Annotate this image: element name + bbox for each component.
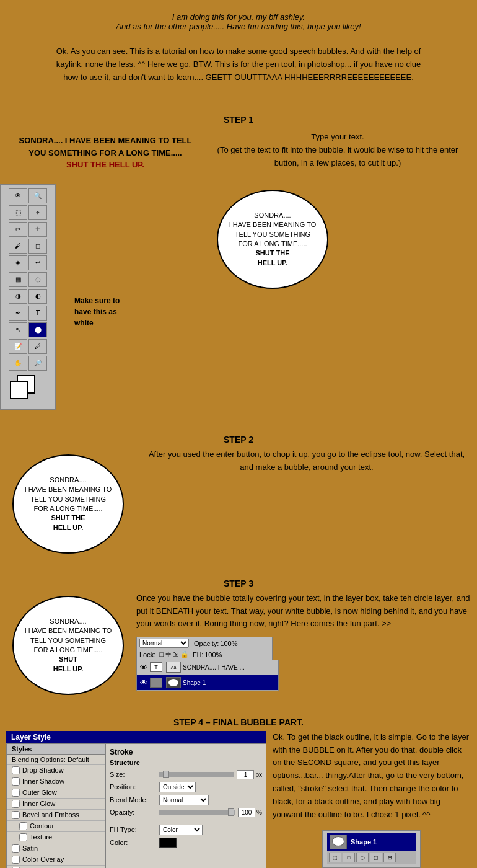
lock-icons: □ ✛ ⇲ 🔒	[159, 650, 189, 658]
style-item-color-overlay[interactable]: Color Overlay	[7, 854, 105, 866]
style-item-drop-shadow[interactable]: Drop Shadow	[7, 765, 105, 776]
style-item-inner-glow[interactable]: Inner Glow	[7, 799, 105, 810]
stroke-blend-select[interactable]: Normal	[159, 795, 209, 805]
inner-shadow-checkbox[interactable]	[12, 777, 20, 786]
layer-row-shape[interactable]: 👁 Shape 1	[137, 675, 278, 691]
style-item-satin[interactable]: Satin	[7, 843, 105, 854]
stroke-opacity-thumb[interactable]	[228, 808, 234, 816]
stroke-position-select[interactable]: Outside Inside Center	[159, 782, 196, 792]
shape1-btn-2[interactable]: □	[343, 852, 355, 862]
shape1-btn-5[interactable]: ⊞	[383, 852, 396, 862]
style-item-outer-glow[interactable]: Outer Glow	[7, 787, 105, 799]
header-line1: I am doing this for you, my bff ashley.	[50, 12, 427, 22]
style-item-texture[interactable]: Texture	[7, 832, 105, 843]
styles-list-header: Styles	[7, 744, 105, 755]
style-item-inner-shadow[interactable]: Inner Shadow	[7, 776, 105, 787]
tool-notes[interactable]: 📝	[9, 339, 27, 354]
fill-value: 100%	[204, 651, 222, 658]
style-item-blending[interactable]: Blending Options: Default	[7, 755, 105, 765]
step1-area: SONDRA.... I HAVE BEEN MEANING TO TELL Y…	[0, 128, 477, 177]
step4-area: Layer Style Styles Blending Options: Def…	[0, 731, 477, 868]
inner-glow-label: Inner Glow	[22, 800, 55, 807]
shape1-preview-header: Shape 1	[327, 833, 416, 851]
tool-eye[interactable]: 👁	[9, 188, 27, 203]
tool-move[interactable]: ✛	[28, 222, 47, 237]
opacity-value: 100%	[220, 640, 237, 647]
step3-bubble-inner: SONDRA....I HAVE BEEN MEANING TOTELL YOU…	[19, 611, 118, 680]
step3-bubble-container: SONDRA....I HAVE BEEN MEANING TOTELL YOU…	[6, 592, 130, 695]
shape1-btn-4[interactable]: ▢	[370, 852, 382, 862]
stroke-size-slider[interactable]	[159, 772, 234, 777]
shape1-icon-square[interactable]	[330, 835, 347, 849]
tool-eyedrop[interactable]: 🖊	[28, 339, 47, 354]
tool-zoom[interactable]: 🔍	[28, 188, 47, 203]
tool-path[interactable]: ↖	[9, 322, 27, 337]
tool-gradient[interactable]: ▦	[9, 272, 27, 287]
stroke-structure-title: Structure	[110, 759, 262, 766]
step1-bubble-area: SONDRA....I HAVE BEEN MEANING TOTELL YOU…	[56, 184, 477, 329]
layers-list: 👁 T Aa SONDRA.... I HAVE ... 👁 Shape 1	[136, 660, 279, 691]
contour-checkbox[interactable]	[19, 822, 27, 830]
bevel-label: Bevel and Emboss	[22, 811, 79, 818]
shape1-preview: Shape 1 ⬚ □ ◌ ▢ ⊞	[322, 830, 421, 868]
inner-glow-checkbox[interactable]	[12, 800, 20, 808]
style-item-contour[interactable]: Contour	[7, 821, 105, 832]
tool-brush[interactable]: 🖌	[9, 239, 27, 254]
step3-bubble-bold: SHUTHELL UP.	[53, 655, 84, 672]
bevel-checkbox[interactable]	[12, 811, 20, 819]
tool-history[interactable]: ↩	[28, 255, 47, 270]
drop-shadow-checkbox[interactable]	[12, 766, 20, 774]
style-item-gradient-overlay[interactable]: Gradient Overlay	[7, 866, 105, 868]
tool-ellipse[interactable]: ⬤	[28, 322, 47, 337]
tool-eraser[interactable]: ◻	[28, 239, 47, 254]
tool-marquee[interactable]: ⬚	[9, 205, 27, 220]
outer-glow-checkbox[interactable]	[12, 789, 20, 797]
stroke-color-swatch[interactable]	[159, 838, 177, 848]
texture-checkbox[interactable]	[19, 833, 27, 841]
fill-label: Fill:	[193, 651, 203, 658]
style-item-bevel[interactable]: Bevel and Emboss	[7, 810, 105, 821]
tool-hand[interactable]: ✋	[9, 356, 27, 371]
layer-eye-shape[interactable]: 👁	[139, 678, 148, 688]
stroke-size-thumb[interactable]	[163, 771, 169, 778]
satin-checkbox[interactable]	[12, 844, 20, 852]
shape1-btn-1[interactable]: ⬚	[329, 852, 341, 862]
blending-options-label: Blending Options: Default	[12, 756, 89, 763]
step4-heading: STEP 4 – FINAL BUBBLE PART.	[0, 717, 477, 727]
texture-label: Texture	[30, 833, 52, 841]
stroke-color-label: Color:	[110, 839, 159, 846]
stroke-color-row: Color:	[110, 838, 262, 848]
stroke-size-input[interactable]	[237, 770, 254, 779]
layer-row-text[interactable]: 👁 T Aa SONDRA.... I HAVE ...	[137, 660, 278, 675]
shape1-btn-3[interactable]: ◌	[356, 852, 369, 862]
shape1-preview-icons: ⬚ □ ◌ ▢ ⊞	[327, 851, 416, 864]
fg-color[interactable]	[10, 381, 28, 399]
step3-area: SONDRA....I HAVE BEEN MEANING TOTELL YOU…	[0, 592, 477, 695]
tool-pen[interactable]: ✒	[9, 306, 27, 321]
tool-text[interactable]: T	[28, 306, 47, 321]
step3-right: Once you have the bubble totally coverin…	[136, 592, 471, 691]
tool-lasso[interactable]: ⌖	[28, 205, 47, 220]
stroke-fill-type-select[interactable]: Color	[159, 825, 203, 835]
step1-bubble-bold: SHUT THEHELL UP.	[256, 249, 290, 266]
tool-dodge[interactable]: ◑	[9, 289, 27, 304]
step2-bubble-container: SONDRA....I HAVE BEEN MEANING TOTELL YOU…	[6, 448, 130, 554]
tool-stamp[interactable]: ◈	[9, 255, 27, 270]
make-sure-label: Make sure tohave this aswhite	[74, 295, 120, 329]
stroke-size-row: Size: px	[110, 770, 262, 779]
stroke-opacity-input[interactable]	[238, 808, 255, 817]
step4-right: Ok. To get the black outline, it is simp…	[273, 731, 471, 868]
step3-instruction: Once you have the bubble totally coverin…	[136, 592, 471, 631]
fg-bg-color[interactable]	[9, 375, 46, 402]
lock-label: Lock:	[139, 651, 155, 658]
stroke-opacity-label: Opacity:	[110, 808, 159, 816]
tool-burn[interactable]: ◐	[28, 289, 47, 304]
blend-mode-select[interactable]: Normal	[139, 639, 189, 648]
layer-eye-text[interactable]: 👁	[139, 663, 148, 672]
tool-zoom2[interactable]: 🔎	[28, 356, 47, 371]
stroke-size-label: Size:	[110, 771, 159, 778]
tool-blur[interactable]: ◌	[28, 272, 47, 287]
color-overlay-checkbox[interactable]	[12, 856, 20, 864]
tool-crop[interactable]: ✂	[9, 222, 27, 237]
stroke-opacity-slider[interactable]	[159, 810, 235, 815]
